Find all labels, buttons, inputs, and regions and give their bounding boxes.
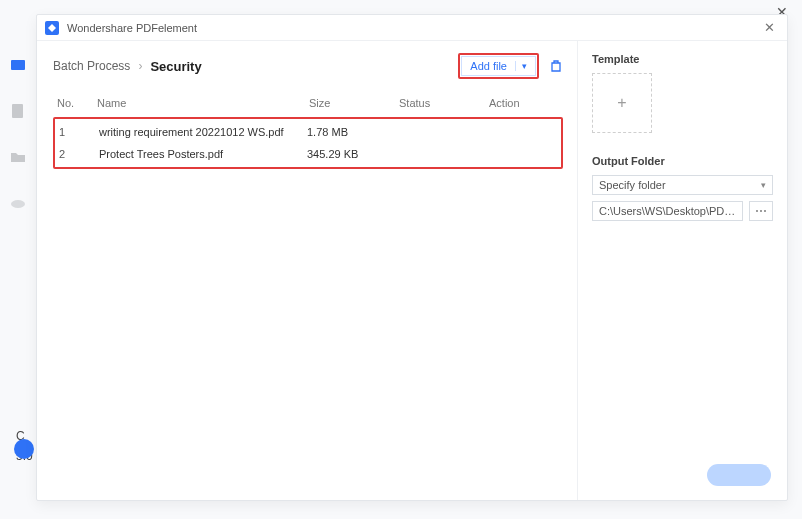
floating-action-icon[interactable] <box>14 439 34 459</box>
browse-folder-button[interactable]: ⋯ <box>749 201 773 221</box>
rows-highlight: 1 writing requirement 20221012 WS.pdf 1.… <box>53 117 563 169</box>
side-panel: Template + Output Folder Specify folder … <box>577 41 787 500</box>
cell-size: 345.29 KB <box>307 148 397 160</box>
document-icon[interactable] <box>9 102 27 120</box>
cell-no: 2 <box>59 148 99 160</box>
table-row[interactable]: 1 writing requirement 20221012 WS.pdf 1.… <box>57 121 559 143</box>
plus-icon: + <box>617 94 626 112</box>
add-file-highlight: Add file ▾ <box>458 53 539 79</box>
left-rail <box>0 56 36 212</box>
col-status: Status <box>399 97 489 109</box>
add-template-button[interactable]: + <box>592 73 652 133</box>
col-size: Size <box>309 97 399 109</box>
template-heading: Template <box>592 53 773 65</box>
svg-rect-1 <box>12 104 23 118</box>
apply-button[interactable] <box>707 464 771 486</box>
table-row[interactable]: 2 Protect Trees Posters.pdf 345.29 KB <box>57 143 559 165</box>
add-file-label: Add file <box>470 60 507 72</box>
cell-name: writing requirement 20221012 WS.pdf <box>99 126 307 138</box>
main-panel: Batch Process › Security Add file ▾ <box>37 41 577 500</box>
breadcrumb: Batch Process › Security <box>53 59 202 74</box>
output-folder-mode-value: Specify folder <box>599 179 666 191</box>
chevron-right-icon: › <box>138 59 142 73</box>
add-file-button[interactable]: Add file ▾ <box>461 56 536 76</box>
col-name: Name <box>97 97 309 109</box>
table-header: No. Name Size Status Action <box>53 91 563 115</box>
cell-name: Protect Trees Posters.pdf <box>99 148 307 160</box>
col-action: Action <box>489 97 559 109</box>
window-close-icon[interactable]: ✕ <box>760 20 779 35</box>
breadcrumb-root[interactable]: Batch Process <box>53 59 130 73</box>
chevron-down-icon: ▾ <box>761 180 766 190</box>
cell-status <box>397 126 487 138</box>
svg-point-2 <box>11 200 25 208</box>
batch-window: Wondershare PDFelement ✕ Batch Process ›… <box>36 14 788 501</box>
cell-action <box>487 126 557 138</box>
folder-icon[interactable] <box>9 148 27 166</box>
output-folder-mode-select[interactable]: Specify folder ▾ <box>592 175 773 195</box>
file-table: No. Name Size Status Action 1 writing re… <box>53 91 563 169</box>
clear-list-icon[interactable] <box>549 59 563 73</box>
cell-action <box>487 148 557 160</box>
home-icon[interactable] <box>9 56 27 74</box>
titlebar: Wondershare PDFelement ✕ <box>37 15 787 41</box>
cell-size: 1.78 MB <box>307 126 397 138</box>
app-logo-icon <box>45 21 59 35</box>
chevron-down-icon[interactable]: ▾ <box>515 61 527 71</box>
cell-no: 1 <box>59 126 99 138</box>
cloud-icon[interactable] <box>9 194 27 212</box>
svg-rect-0 <box>11 60 25 70</box>
titlebar-title: Wondershare PDFelement <box>67 22 197 34</box>
output-folder-path[interactable]: C:\Users\WS\Desktop\PDFelement\Sec <box>592 201 743 221</box>
col-no: No. <box>57 97 97 109</box>
breadcrumb-current: Security <box>150 59 201 74</box>
cell-status <box>397 148 487 160</box>
output-folder-heading: Output Folder <box>592 155 773 167</box>
